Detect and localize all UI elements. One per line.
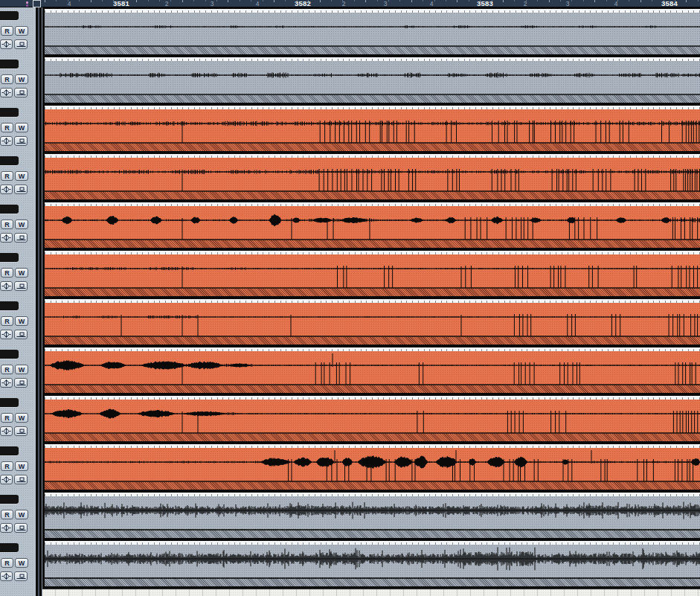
track-name-display[interactable] bbox=[0, 253, 19, 262]
audio-event[interactable] bbox=[45, 448, 700, 482]
automation-mode-button[interactable] bbox=[0, 475, 13, 484]
audio-event[interactable] bbox=[45, 254, 700, 289]
read-automation-button[interactable]: R bbox=[1, 171, 13, 181]
audio-event[interactable] bbox=[45, 206, 700, 240]
horizontal-scrollbar[interactable] bbox=[42, 588, 700, 596]
track-name-display[interactable] bbox=[0, 205, 19, 214]
audio-event[interactable] bbox=[45, 545, 700, 579]
read-automation-button[interactable]: R bbox=[1, 316, 13, 326]
automation-fader-icon bbox=[16, 89, 26, 96]
automation-mode-button[interactable] bbox=[0, 426, 13, 436]
edit-channel-button[interactable] bbox=[14, 426, 28, 436]
edit-channel-button[interactable] bbox=[14, 378, 28, 388]
waveform bbox=[45, 109, 700, 144]
write-automation-button[interactable]: W bbox=[15, 268, 28, 278]
event-footer bbox=[45, 240, 700, 248]
read-automation-button[interactable]: R bbox=[1, 220, 13, 229]
automation-diamond-icon bbox=[1, 331, 11, 338]
event-footer bbox=[45, 531, 700, 538]
read-automation-button[interactable]: R bbox=[1, 558, 13, 568]
edit-channel-button[interactable] bbox=[14, 233, 28, 243]
write-automation-button[interactable]: W bbox=[15, 316, 28, 326]
edit-channel-button[interactable] bbox=[14, 39, 28, 49]
audio-event[interactable] bbox=[45, 109, 700, 144]
track-lane bbox=[45, 539, 700, 588]
automation-mode-button[interactable] bbox=[0, 330, 13, 339]
automation-mode-button[interactable] bbox=[0, 378, 13, 388]
audio-event[interactable] bbox=[45, 496, 700, 531]
read-automation-button[interactable]: R bbox=[1, 461, 13, 471]
track-name-display[interactable] bbox=[0, 11, 19, 20]
square-tool-icon[interactable] bbox=[33, 0, 41, 7]
audio-event[interactable] bbox=[45, 303, 700, 337]
write-automation-button[interactable]: W bbox=[15, 365, 28, 374]
edit-channel-button[interactable] bbox=[14, 281, 28, 291]
read-automation-button[interactable]: R bbox=[1, 510, 13, 519]
ruler-beat-label: 2 bbox=[342, 0, 346, 7]
automation-mode-button[interactable] bbox=[0, 571, 13, 581]
write-automation-button[interactable]: W bbox=[15, 26, 28, 36]
arrange-window: 43581234358223435832343584 R W bbox=[0, 0, 700, 596]
write-automation-button[interactable]: W bbox=[15, 413, 28, 423]
read-automation-button[interactable]: R bbox=[1, 26, 13, 36]
automation-mode-button[interactable] bbox=[0, 136, 13, 146]
track-name-display[interactable] bbox=[0, 156, 19, 165]
automation-mode-button[interactable] bbox=[0, 233, 13, 243]
read-automation-button[interactable]: R bbox=[1, 268, 13, 278]
audio-event[interactable] bbox=[45, 400, 700, 434]
track-lane bbox=[45, 491, 700, 539]
event-footer bbox=[45, 579, 700, 586]
automation-fader-icon bbox=[16, 476, 26, 483]
automation-mode-button[interactable] bbox=[0, 88, 13, 97]
audio-event[interactable] bbox=[45, 351, 700, 385]
automation-mode-button[interactable] bbox=[0, 39, 13, 49]
automation-diamond-icon bbox=[1, 428, 11, 435]
write-automation-button[interactable]: W bbox=[15, 74, 28, 84]
track-name-display[interactable] bbox=[0, 543, 19, 552]
automation-mode-button[interactable] bbox=[0, 281, 13, 291]
edit-channel-button[interactable] bbox=[14, 475, 28, 484]
automation-mode-button[interactable] bbox=[0, 523, 13, 533]
event-footer bbox=[45, 289, 700, 296]
track-name-display[interactable] bbox=[0, 108, 19, 117]
automation-fader-icon bbox=[16, 186, 26, 193]
edit-channel-button[interactable] bbox=[14, 136, 28, 146]
ruler-bar-label: 3581 bbox=[113, 0, 129, 7]
automation-fader-icon bbox=[16, 379, 26, 386]
write-automation-button[interactable]: W bbox=[15, 171, 28, 181]
edit-channel-button[interactable] bbox=[14, 185, 28, 194]
read-automation-button[interactable]: R bbox=[1, 365, 13, 374]
edit-channel-button[interactable] bbox=[14, 88, 28, 97]
drag-handle-icon[interactable] bbox=[26, 1, 29, 7]
automation-diamond-icon bbox=[1, 573, 11, 580]
edit-channel-button[interactable] bbox=[14, 523, 28, 533]
edit-channel-button[interactable] bbox=[14, 571, 28, 581]
write-automation-button[interactable]: W bbox=[15, 220, 28, 229]
automation-diamond-icon bbox=[1, 525, 11, 531]
event-display-area bbox=[45, 7, 700, 588]
audio-event[interactable] bbox=[45, 61, 700, 95]
track-name-display[interactable] bbox=[0, 350, 19, 359]
read-automation-button[interactable]: R bbox=[1, 413, 13, 423]
timeline-ruler[interactable]: 43581234358223435832343584 bbox=[45, 0, 700, 7]
read-automation-button[interactable]: R bbox=[1, 123, 13, 132]
track-name-display[interactable] bbox=[0, 446, 19, 455]
audio-event[interactable] bbox=[45, 158, 700, 192]
ruler-bar-label: 3583 bbox=[477, 0, 493, 7]
read-automation-button[interactable]: R bbox=[1, 74, 13, 84]
audio-event[interactable] bbox=[45, 13, 700, 47]
track-name-display[interactable] bbox=[0, 398, 19, 407]
automation-diamond-icon bbox=[1, 41, 11, 48]
write-automation-button[interactable]: W bbox=[15, 510, 28, 519]
automation-fader-icon bbox=[16, 525, 26, 531]
track-list-divider[interactable] bbox=[34, 7, 42, 596]
track-name-display[interactable] bbox=[0, 495, 19, 504]
automation-fader-icon bbox=[16, 283, 26, 289]
automation-mode-button[interactable] bbox=[0, 185, 13, 194]
write-automation-button[interactable]: W bbox=[15, 558, 28, 568]
track-name-display[interactable] bbox=[0, 301, 19, 310]
track-name-display[interactable] bbox=[0, 60, 19, 68]
edit-channel-button[interactable] bbox=[14, 330, 28, 339]
write-automation-button[interactable]: W bbox=[15, 461, 28, 471]
write-automation-button[interactable]: W bbox=[15, 123, 28, 132]
